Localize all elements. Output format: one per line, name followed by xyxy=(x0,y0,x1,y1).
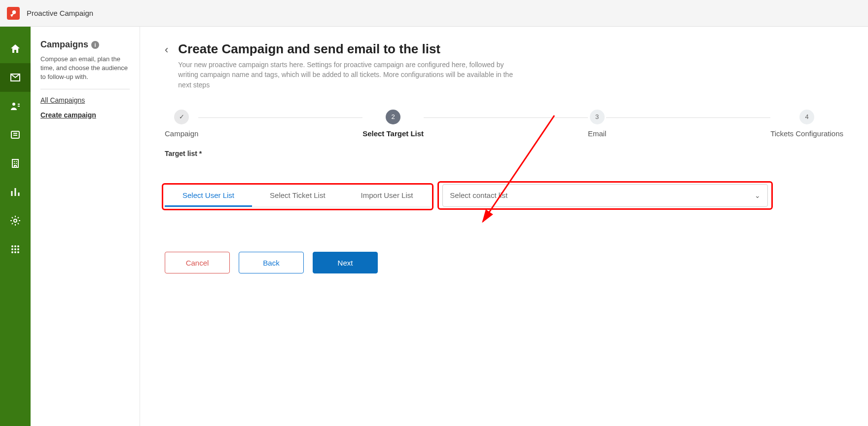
svg-point-9 xyxy=(14,248,16,250)
svg-point-4 xyxy=(14,219,17,222)
svg-point-10 xyxy=(17,248,19,250)
dropdown-placeholder: Select contact list xyxy=(450,191,507,199)
nav-campaigns[interactable] xyxy=(0,63,31,92)
nav-contacts[interactable] xyxy=(0,92,31,120)
contact-list-dropdown[interactable]: Select contact list ⌄ xyxy=(442,184,768,207)
sidebar-description: Compose an email, plan the time, and cho… xyxy=(40,55,130,89)
link-create-campaign[interactable]: Create campaign xyxy=(40,111,130,119)
step-label: Select Target List xyxy=(362,129,424,138)
step-connector xyxy=(424,117,588,118)
svg-point-11 xyxy=(11,251,13,253)
page-title: Create Campaign and send email to the li… xyxy=(178,41,523,57)
info-icon[interactable]: i xyxy=(91,41,99,49)
step-connector xyxy=(198,117,362,118)
nav-tickets[interactable] xyxy=(0,120,31,149)
target-list-label: Target list * xyxy=(165,150,843,157)
svg-point-7 xyxy=(17,245,19,247)
app-title: Proactive Campaign xyxy=(27,9,93,17)
svg-point-1 xyxy=(12,103,15,106)
annotation-arrow-tabs xyxy=(140,161,145,181)
svg-point-13 xyxy=(17,251,19,253)
step-email[interactable]: 3 Email xyxy=(588,110,607,138)
page-description: Your new proactive campaign starts here.… xyxy=(178,60,523,90)
target-list-tabs: Select User List Select Ticket List Impo… xyxy=(165,186,431,207)
step-label: Campaign xyxy=(165,129,198,138)
svg-point-5 xyxy=(11,245,13,247)
next-button[interactable]: Next xyxy=(313,252,378,273)
link-all-campaigns[interactable]: All Campaigns xyxy=(40,96,130,104)
people-icon xyxy=(9,100,21,112)
svg-point-8 xyxy=(11,248,13,250)
tab-import-user-list[interactable]: Import User List xyxy=(343,186,431,207)
home-icon xyxy=(9,43,21,55)
ticket-icon xyxy=(9,129,21,141)
chevron-down-icon: ⌄ xyxy=(755,192,760,199)
tab-select-user-list[interactable]: Select User List xyxy=(165,186,252,207)
step-number: 4 xyxy=(799,110,814,124)
nav-settings[interactable] xyxy=(0,206,31,235)
nav-reports[interactable] xyxy=(0,178,31,206)
sidebar-panel: Campaigns i Compose an email, plan the t… xyxy=(31,27,140,426)
svg-point-6 xyxy=(14,245,16,247)
step-tickets-config[interactable]: 4 Tickets Configurations xyxy=(770,110,843,138)
nav-home[interactable] xyxy=(0,35,31,63)
content-area: ‹ Create Campaign and send email to the … xyxy=(140,27,868,426)
cancel-button[interactable]: Cancel xyxy=(165,252,230,273)
step-campaign[interactable]: ✓ Campaign xyxy=(165,110,198,138)
step-label: Tickets Configurations xyxy=(770,129,843,138)
back-chevron-icon[interactable]: ‹ xyxy=(165,43,168,56)
back-button[interactable]: Back xyxy=(239,252,304,273)
stepper: ✓ Campaign 2 Select Target List 3 Email … xyxy=(165,110,843,138)
nav-rail xyxy=(0,27,31,426)
svg-point-0 xyxy=(12,10,16,14)
step-label: Email xyxy=(588,129,607,138)
check-icon: ✓ xyxy=(174,110,189,124)
tab-select-ticket-list[interactable]: Select Ticket List xyxy=(252,186,343,207)
step-number: 3 xyxy=(590,110,605,124)
grid-icon xyxy=(9,243,21,255)
step-target-list[interactable]: 2 Select Target List xyxy=(362,110,424,138)
gear-icon xyxy=(9,215,21,227)
svg-rect-3 xyxy=(12,159,18,167)
chart-icon xyxy=(9,186,21,198)
svg-point-12 xyxy=(14,251,16,253)
step-connector xyxy=(606,117,770,118)
sidebar-heading: Campaigns xyxy=(40,39,88,50)
app-logo xyxy=(7,7,20,20)
nav-knowledge[interactable] xyxy=(0,149,31,178)
mail-icon xyxy=(9,72,21,83)
nav-apps[interactable] xyxy=(0,235,31,264)
step-number: 2 xyxy=(386,110,400,124)
building-icon xyxy=(9,157,21,169)
